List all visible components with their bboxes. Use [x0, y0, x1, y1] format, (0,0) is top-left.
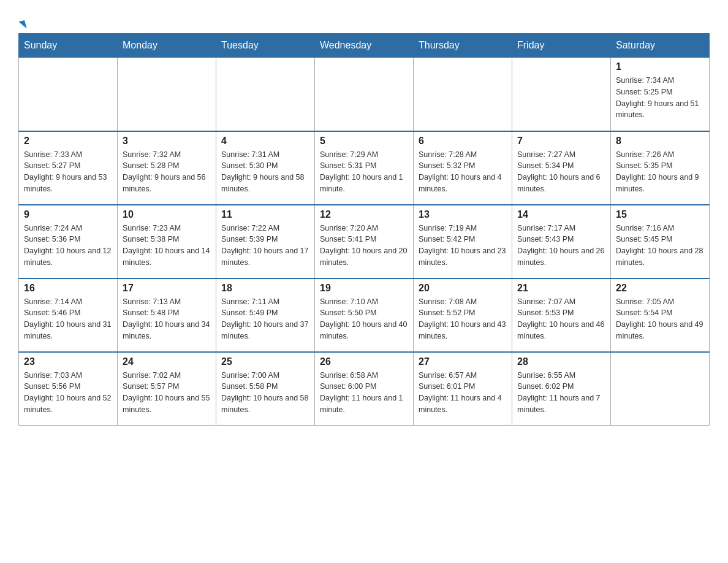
day-number: 25 [221, 356, 309, 367]
calendar-table: SundayMondayTuesdayWednesdayThursdayFrid… [18, 33, 710, 426]
day-number: 6 [419, 136, 507, 147]
day-info: Sunrise: 6:55 AMSunset: 6:02 PMDaylight:… [517, 370, 605, 416]
day-info: Sunrise: 6:57 AMSunset: 6:01 PMDaylight:… [419, 370, 507, 416]
calendar-cell [118, 58, 216, 131]
day-number: 23 [24, 356, 112, 367]
weekday-header-saturday: Saturday [611, 34, 710, 58]
day-info: Sunrise: 7:33 AMSunset: 5:27 PMDaylight:… [24, 149, 112, 195]
weekday-header-sunday: Sunday [19, 34, 118, 58]
day-info: Sunrise: 7:05 AMSunset: 5:54 PMDaylight:… [616, 296, 704, 342]
calendar-cell [611, 352, 710, 426]
day-info: Sunrise: 7:23 AMSunset: 5:38 PMDaylight:… [123, 223, 211, 269]
calendar-cell: 25Sunrise: 7:00 AMSunset: 5:58 PMDayligh… [216, 352, 315, 426]
day-number: 10 [123, 209, 211, 220]
day-info: Sunrise: 7:02 AMSunset: 5:57 PMDaylight:… [123, 370, 211, 416]
calendar-cell [315, 58, 414, 131]
calendar-cell [414, 58, 512, 131]
calendar-cell: 13Sunrise: 7:19 AMSunset: 5:42 PMDayligh… [414, 205, 512, 278]
day-info: Sunrise: 7:32 AMSunset: 5:28 PMDaylight:… [123, 149, 211, 195]
calendar-cell: 12Sunrise: 7:20 AMSunset: 5:41 PMDayligh… [315, 205, 414, 278]
day-number: 17 [123, 283, 211, 294]
day-number: 11 [221, 209, 309, 220]
day-number: 4 [221, 136, 309, 147]
day-info: Sunrise: 7:31 AMSunset: 5:30 PMDaylight:… [221, 149, 309, 195]
calendar-cell: 28Sunrise: 6:55 AMSunset: 6:02 PMDayligh… [512, 352, 611, 426]
calendar-cell: 6Sunrise: 7:28 AMSunset: 5:32 PMDaylight… [414, 131, 512, 205]
day-number: 27 [419, 356, 507, 367]
calendar-cell: 16Sunrise: 7:14 AMSunset: 5:46 PMDayligh… [19, 278, 118, 352]
calendar-cell: 7Sunrise: 7:27 AMSunset: 5:34 PMDaylight… [512, 131, 611, 205]
calendar-cell: 20Sunrise: 7:08 AMSunset: 5:52 PMDayligh… [414, 278, 512, 352]
weekday-header-thursday: Thursday [414, 34, 512, 58]
day-info: Sunrise: 7:00 AMSunset: 5:58 PMDaylight:… [221, 370, 309, 416]
calendar-cell: 27Sunrise: 6:57 AMSunset: 6:01 PMDayligh… [414, 352, 512, 426]
day-number: 22 [616, 283, 704, 294]
calendar-cell: 23Sunrise: 7:03 AMSunset: 5:56 PMDayligh… [19, 352, 118, 426]
day-info: Sunrise: 6:58 AMSunset: 6:00 PMDaylight:… [320, 370, 408, 416]
calendar-cell: 18Sunrise: 7:11 AMSunset: 5:49 PMDayligh… [216, 278, 315, 352]
day-info: Sunrise: 7:07 AMSunset: 5:53 PMDaylight:… [517, 296, 605, 342]
day-info: Sunrise: 7:34 AMSunset: 5:25 PMDaylight:… [616, 75, 704, 121]
calendar-cell: 10Sunrise: 7:23 AMSunset: 5:38 PMDayligh… [118, 205, 216, 278]
calendar-cell [216, 58, 315, 131]
day-info: Sunrise: 7:08 AMSunset: 5:52 PMDaylight:… [419, 296, 507, 342]
day-number: 3 [123, 136, 211, 147]
calendar-week-2: 9Sunrise: 7:24 AMSunset: 5:36 PMDaylight… [19, 205, 710, 278]
weekday-header-monday: Monday [118, 34, 216, 58]
day-info: Sunrise: 7:29 AMSunset: 5:31 PMDaylight:… [320, 149, 408, 195]
day-info: Sunrise: 7:26 AMSunset: 5:35 PMDaylight:… [616, 149, 704, 195]
day-info: Sunrise: 7:22 AMSunset: 5:39 PMDaylight:… [221, 223, 309, 269]
day-info: Sunrise: 7:16 AMSunset: 5:45 PMDaylight:… [616, 223, 704, 269]
calendar-cell: 11Sunrise: 7:22 AMSunset: 5:39 PMDayligh… [216, 205, 315, 278]
calendar-cell: 3Sunrise: 7:32 AMSunset: 5:28 PMDaylight… [118, 131, 216, 205]
calendar-cell: 1Sunrise: 7:34 AMSunset: 5:25 PMDaylight… [611, 58, 710, 131]
calendar-cell: 22Sunrise: 7:05 AMSunset: 5:54 PMDayligh… [611, 278, 710, 352]
calendar-cell [512, 58, 611, 131]
day-number: 9 [24, 209, 112, 220]
day-info: Sunrise: 7:13 AMSunset: 5:48 PMDaylight:… [123, 296, 211, 342]
day-number: 28 [517, 356, 605, 367]
day-info: Sunrise: 7:14 AMSunset: 5:46 PMDaylight:… [24, 296, 112, 342]
day-info: Sunrise: 7:11 AMSunset: 5:49 PMDaylight:… [221, 296, 309, 342]
day-number: 21 [517, 283, 605, 294]
day-number: 18 [221, 283, 309, 294]
calendar-cell: 21Sunrise: 7:07 AMSunset: 5:53 PMDayligh… [512, 278, 611, 352]
day-number: 5 [320, 136, 408, 147]
weekday-header-friday: Friday [512, 34, 611, 58]
day-info: Sunrise: 7:28 AMSunset: 5:32 PMDaylight:… [419, 149, 507, 195]
day-number: 14 [517, 209, 605, 220]
calendar-cell: 5Sunrise: 7:29 AMSunset: 5:31 PMDaylight… [315, 131, 414, 205]
day-number: 16 [24, 283, 112, 294]
calendar-cell: 9Sunrise: 7:24 AMSunset: 5:36 PMDaylight… [19, 205, 118, 278]
day-info: Sunrise: 7:20 AMSunset: 5:41 PMDaylight:… [320, 223, 408, 269]
calendar-cell: 26Sunrise: 6:58 AMSunset: 6:00 PMDayligh… [315, 352, 414, 426]
logo-arrow-icon [18, 20, 26, 30]
day-info: Sunrise: 7:10 AMSunset: 5:50 PMDaylight:… [320, 296, 408, 342]
day-info: Sunrise: 7:24 AMSunset: 5:36 PMDaylight:… [24, 223, 112, 269]
day-number: 2 [24, 136, 112, 147]
day-number: 19 [320, 283, 408, 294]
weekday-header-row: SundayMondayTuesdayWednesdayThursdayFrid… [19, 34, 710, 58]
day-number: 12 [320, 209, 408, 220]
weekday-header-tuesday: Tuesday [216, 34, 315, 58]
day-info: Sunrise: 7:17 AMSunset: 5:43 PMDaylight:… [517, 223, 605, 269]
page-header [18, 12, 710, 27]
day-number: 8 [616, 136, 704, 147]
calendar-week-0: 1Sunrise: 7:34 AMSunset: 5:25 PMDaylight… [19, 58, 710, 131]
calendar-cell: 15Sunrise: 7:16 AMSunset: 5:45 PMDayligh… [611, 205, 710, 278]
calendar-week-3: 16Sunrise: 7:14 AMSunset: 5:46 PMDayligh… [19, 278, 710, 352]
calendar-cell [19, 58, 118, 131]
day-number: 24 [123, 356, 211, 367]
calendar-cell: 2Sunrise: 7:33 AMSunset: 5:27 PMDaylight… [19, 131, 118, 205]
logo [18, 12, 26, 27]
day-info: Sunrise: 7:27 AMSunset: 5:34 PMDaylight:… [517, 149, 605, 195]
calendar-cell: 14Sunrise: 7:17 AMSunset: 5:43 PMDayligh… [512, 205, 611, 278]
day-number: 15 [616, 209, 704, 220]
calendar-cell: 4Sunrise: 7:31 AMSunset: 5:30 PMDaylight… [216, 131, 315, 205]
calendar-week-4: 23Sunrise: 7:03 AMSunset: 5:56 PMDayligh… [19, 352, 710, 426]
calendar-cell: 17Sunrise: 7:13 AMSunset: 5:48 PMDayligh… [118, 278, 216, 352]
day-number: 26 [320, 356, 408, 367]
day-number: 20 [419, 283, 507, 294]
calendar-cell: 24Sunrise: 7:02 AMSunset: 5:57 PMDayligh… [118, 352, 216, 426]
logo-top [18, 12, 26, 32]
